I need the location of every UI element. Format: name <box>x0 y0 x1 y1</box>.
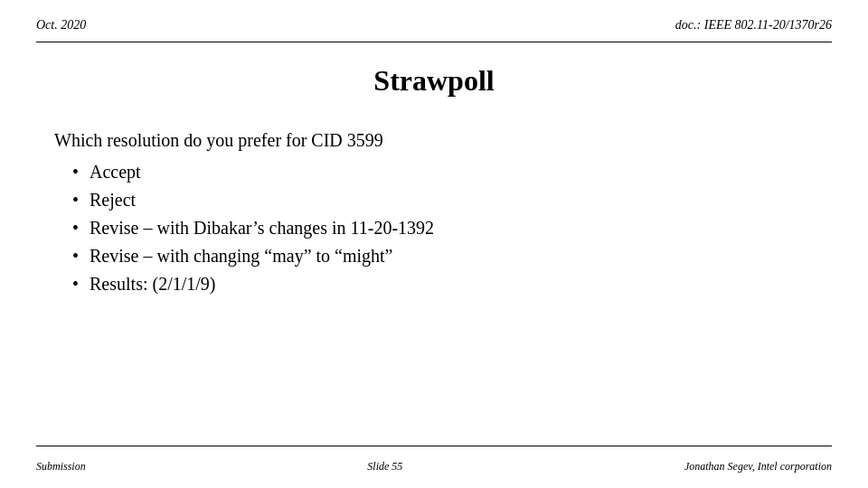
top-divider <box>36 42 832 42</box>
bottom-divider <box>36 446 832 446</box>
header-date: Oct. 2020 <box>36 18 86 33</box>
bullet-item-4: Results: (2/1/1/9) <box>72 274 832 295</box>
bullet-item-3: Revise – with changing “may” to “might” <box>72 246 832 267</box>
question-text: Which resolution do you prefer for CID 3… <box>54 130 832 151</box>
bullet-item-0: Accept <box>72 162 832 183</box>
slide-header: Oct. 2020 doc.: IEEE 802.11-20/1370r26 <box>36 18 832 33</box>
header-doc: doc.: IEEE 802.11-20/1370r26 <box>675 18 832 33</box>
footer-right: Jonathan Segev, Intel corporation <box>684 460 832 474</box>
bullet-list: AcceptRejectRevise – with Dibakar’s chan… <box>54 162 832 295</box>
slide: Oct. 2020 doc.: IEEE 802.11-20/1370r26 S… <box>0 0 868 488</box>
slide-footer: Submission Slide 55 Jonathan Segev, Inte… <box>36 460 832 474</box>
bullet-item-2: Revise – with Dibakar’s changes in 11-20… <box>72 218 832 239</box>
footer-left: Submission <box>36 460 86 474</box>
bullet-item-1: Reject <box>72 190 832 211</box>
footer-center: Slide 55 <box>367 460 402 474</box>
slide-content: Which resolution do you prefer for CID 3… <box>36 130 832 295</box>
slide-title: Strawpoll <box>36 64 832 98</box>
